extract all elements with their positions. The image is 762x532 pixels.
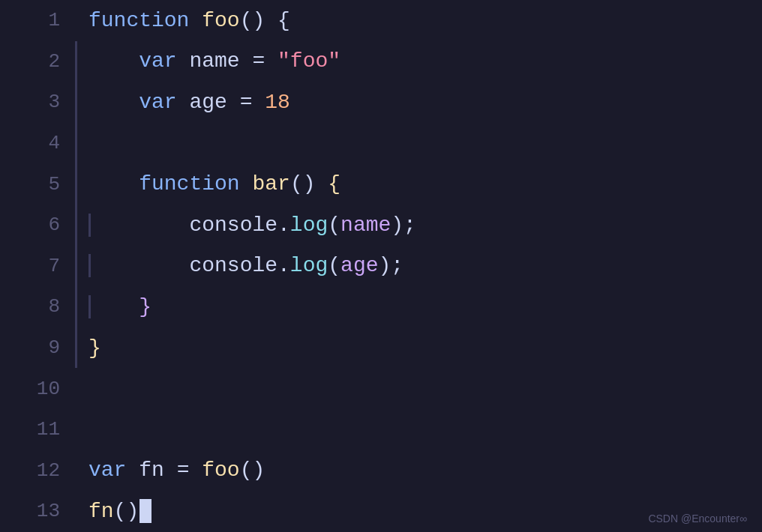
line-number: 2	[0, 50, 75, 73]
token	[189, 9, 202, 32]
code-line: 9}	[0, 327, 762, 369]
code-line: 2 var name = "foo"	[0, 41, 762, 82]
token: }	[88, 295, 152, 318]
token: name	[340, 214, 391, 237]
token: );	[391, 214, 416, 237]
line-content: console.log(name);	[77, 214, 416, 237]
token: function	[88, 9, 189, 32]
code-line: 11	[0, 409, 762, 450]
line-content: fn()	[77, 499, 152, 523]
token: var	[88, 91, 177, 114]
token: foo	[202, 459, 239, 482]
token: (	[328, 214, 340, 237]
token: ()	[240, 459, 266, 482]
watermark-text: CSDN @Encounter∞	[648, 513, 747, 525]
token: age	[340, 254, 378, 277]
indent-bar-inner	[88, 295, 91, 318]
line-number: 6	[0, 214, 75, 236]
code-line: 4	[0, 123, 762, 164]
token: (	[328, 254, 340, 277]
token: log	[290, 254, 328, 277]
token: console.	[88, 214, 290, 237]
line-number: 10	[0, 378, 75, 400]
line-number: 1	[0, 9, 75, 31]
line-number: 11	[0, 418, 75, 441]
indent-bar-inner	[88, 214, 91, 237]
token: }	[88, 336, 101, 360]
token: var	[88, 459, 126, 482]
code-line: 5 function bar() {	[0, 163, 762, 205]
line-content: function bar() {	[77, 172, 340, 196]
token: age =	[177, 91, 266, 114]
token: () {	[240, 9, 290, 32]
token: log	[290, 214, 328, 237]
line-number: 9	[0, 336, 75, 359]
line-number: 7	[0, 255, 75, 277]
token: fn =	[126, 459, 202, 482]
code-line: 13fn()	[0, 491, 762, 532]
line-content: }	[77, 336, 101, 360]
line-content: }	[77, 295, 152, 318]
token: ()	[114, 500, 140, 523]
line-content: console.log(age);	[77, 254, 404, 277]
code-editor: 1function foo() {2 var name = "foo"3 var…	[0, 0, 762, 532]
token: name =	[177, 49, 278, 73]
line-number: 4	[0, 132, 75, 154]
code-line: 8 }	[0, 286, 762, 327]
token	[240, 172, 253, 196]
code-line: 3 var age = 18	[0, 82, 762, 123]
code-line: 1function foo() {	[0, 0, 762, 41]
line-content: var age = 18	[77, 91, 290, 114]
code-line: 6 console.log(name);	[0, 205, 762, 246]
token: bar	[252, 172, 290, 196]
code-lines: 1function foo() {2 var name = "foo"3 var…	[0, 0, 762, 532]
line-number: 3	[0, 91, 75, 113]
token: function	[88, 172, 240, 196]
token: console.	[88, 254, 290, 277]
line-number: 8	[0, 295, 75, 318]
token: ()	[290, 172, 328, 196]
line-content: var fn = foo()	[77, 459, 265, 482]
text-cursor	[140, 499, 152, 523]
code-line: 12var fn = foo()	[0, 450, 762, 492]
line-number: 13	[0, 500, 75, 522]
token: "foo"	[278, 49, 340, 73]
token: {	[328, 172, 340, 196]
line-content: function foo() {	[77, 9, 290, 32]
token: 18	[265, 91, 290, 114]
line-number: 5	[0, 173, 75, 196]
token: foo	[202, 9, 239, 32]
indent-bar-outer	[75, 123, 77, 164]
code-line: 10	[0, 368, 762, 409]
line-number: 12	[0, 459, 75, 482]
token: );	[379, 254, 404, 277]
token: var	[88, 49, 177, 73]
line-content: var name = "foo"	[77, 49, 340, 73]
indent-bar-inner	[88, 254, 91, 277]
token: fn	[88, 500, 114, 523]
code-line: 7 console.log(age);	[0, 246, 762, 287]
